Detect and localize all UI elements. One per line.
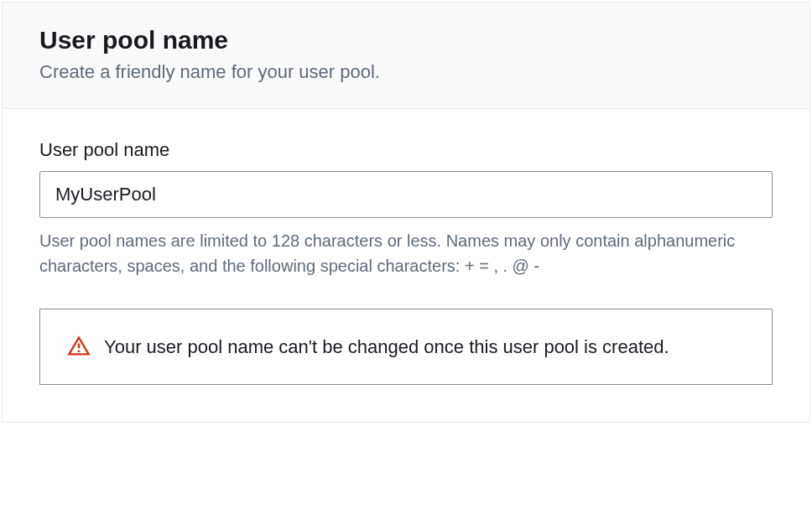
warning-icon bbox=[67, 335, 91, 358]
user-pool-name-label: User pool name bbox=[39, 139, 773, 161]
user-pool-name-help: User pool names are limited to 128 chara… bbox=[39, 228, 773, 278]
svg-point-1 bbox=[78, 350, 81, 352]
panel-subtitle: Create a friendly name for your user poo… bbox=[39, 61, 773, 83]
panel-header: User pool name Create a friendly name fo… bbox=[3, 3, 809, 109]
panel-body: User pool name User pool names are limit… bbox=[3, 109, 809, 422]
warning-alert-text: Your user pool name can't be changed onc… bbox=[104, 333, 669, 361]
user-pool-name-input[interactable] bbox=[39, 171, 773, 218]
user-pool-name-panel: User pool name Create a friendly name fo… bbox=[2, 2, 810, 423]
warning-alert: Your user pool name can't be changed onc… bbox=[39, 309, 773, 385]
panel-title: User pool name bbox=[39, 26, 773, 55]
